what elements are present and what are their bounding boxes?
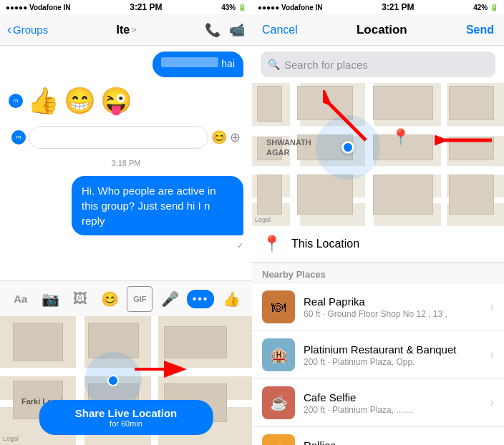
place-name-1: Platinium Restaurant & Banquet [304,343,482,356]
share-live-sub: for 60min [75,419,178,428]
legal-text-left: Legal [3,435,19,442]
location-list: 📍 This Location Nearby Places 🍽 Real Pap… [252,226,504,445]
chevron-right-icon-0: › [490,300,494,313]
messages-area: hai m 👍 😁 😜 m 😊 ⊕ 3:18 PM Hi. Who people… [0,46,252,280]
aa-button[interactable]: Aa [8,286,34,312]
emoji-smile-icon: 😊 [211,129,227,145]
nearby-places-header: Nearby Places [252,263,504,283]
message-input-bubble [29,126,208,149]
place-name-0: Real Paprika [304,295,482,308]
emoji-grin: 😁 [64,86,96,116]
send-button[interactable]: Send [466,24,494,36]
right-panel: ●●●●● Vodafone IN 3:21 PM 42% 🔋 Cancel L… [252,0,504,445]
location-dot-left [107,375,119,386]
share-live-label: Share Live Location [75,407,178,419]
add-icon[interactable]: ⊕ [230,129,241,145]
mr-b4 [449,86,494,120]
share-live-location-button[interactable]: Share Live Location for 60min [39,400,213,435]
this-location-row[interactable]: 📍 This Location [252,226,504,263]
battery-right: 42% 🔋 [473,4,498,11]
emoji-button[interactable]: 😊 [97,286,123,312]
carrier-right: ●●●●● Vodafone IN [258,4,323,11]
place-row-1[interactable]: 🏨 Platinium Restaurant & Banquet 200 ft … [252,331,504,379]
mr-b9 [257,175,282,215]
mr-b11 [373,175,433,215]
chevron-right-icon-1: › [490,348,494,361]
svg-line-1 [330,104,366,140]
message-right-redacted: hai [152,52,243,77]
red-pin-icon: 📍 [391,128,410,147]
phone-icon[interactable]: 📞 [205,22,220,38]
back-chevron-icon: ‹ [7,22,11,37]
place-row-3[interactable]: 🍕 Rollies 100 ft · 10, Ground Floor, Pav… [252,427,504,445]
cancel-button[interactable]: Cancel [262,24,298,36]
emoji-silly: 😜 [100,86,132,116]
place-info-3: Rollies 100 ft · 10, Ground Floor, Pavil… [304,439,482,446]
mr-b1 [257,86,282,122]
this-location-label: This Location [291,238,359,250]
video-icon[interactable]: 📹 [229,22,245,38]
battery-left: 43% 🔋 [221,4,246,11]
place-thumb-cafe: ☕ [262,386,295,419]
nav-bar-right: Cancel Location Send [252,14,504,46]
place-detail-0: 60 ft · Ground Floor Shop No 12 , 13 , [304,309,482,319]
nav-title-suffix: > [131,24,137,35]
place-info-1: Platinium Restaurant & Banquet 200 ft · … [304,343,482,367]
photo-button[interactable]: 🖼 [67,286,93,312]
camera-button[interactable]: 📷 [37,286,63,312]
place-info-2: Cafe Selfie 200 ft · Platinium Plaza, ..… [304,391,482,415]
left-panel: ●●●●● Vodafone IN 3:21 PM 43% 🔋 ‹ Groups… [0,0,252,445]
mr-b10 [297,175,352,215]
place-thumb-rollies: 🍕 [262,434,295,445]
building-3 [164,326,227,358]
emoji-thumbsup: 👍 [27,86,59,116]
nav-title-left: Ite [116,24,130,36]
nav-bar-left: ‹ Groups Ite > 📞 📹 [0,14,252,46]
map-bg-right: SHWANATH AGAR 📍 Legal [252,83,504,226]
shwanath-label: SHWANATH AGAR [266,137,311,158]
red-arrow-up [323,90,380,147]
nav-icons-left: 📞 📹 [205,22,245,38]
legal-text-right: Legal [255,216,271,223]
mic-button[interactable]: 🎤 [157,286,183,312]
redacted-text [161,57,218,67]
place-info-0: Real Paprika 60 ft · Ground Floor Shop N… [304,295,482,319]
carrier-left: ●●●●● Vodafone IN [6,4,71,11]
search-placeholder: Search for places [284,59,368,71]
timestamp-318: 3:18 PM [9,159,243,167]
message-hi: Hi. Who people are active in this group?… [72,176,243,235]
search-bar[interactable]: 🔍 Search for places [261,52,495,77]
messenger-avatar-2: m [11,130,26,145]
messenger-avatar: m [9,94,23,108]
map-bottom-left: Farki Lassi Legal Share Live Location fo… [0,316,252,445]
read-check: ✓ [237,241,243,250]
gif-button[interactable]: GIF [127,286,152,312]
time-left: 3:21 PM [130,2,162,12]
mr-b12 [449,175,494,215]
place-name-3: Rollies [304,439,482,446]
this-location-pin-icon: 📍 [262,235,281,253]
building-1 [13,323,63,361]
more-button[interactable]: ••• [187,290,215,308]
chevron-right-icon-2: › [490,396,494,409]
place-row-0[interactable]: 🍽 Real Paprika 60 ft · Ground Floor Shop… [252,283,504,331]
like-button[interactable]: 👍 [218,286,244,312]
message-hai: hai [221,58,235,69]
input-row: m 😊 ⊕ [9,124,243,150]
place-row-2[interactable]: ☕ Cafe Selfie 200 ft · Platinium Plaza, … [252,379,504,427]
place-thumb-paprika: 🍽 [262,290,295,323]
red-arrow-left-map [435,126,499,155]
status-bar-left: ●●●●● Vodafone IN 3:21 PM 43% 🔋 [0,0,252,14]
place-detail-1: 200 ft · Platinium Plaza, Opp. [304,357,482,367]
emoji-row: m 👍 😁 😜 [9,83,243,119]
nav-back-button[interactable]: ‹ Groups [7,22,48,37]
status-bar-right: ●●●●● Vodafone IN 3:21 PM 42% 🔋 [252,0,504,14]
place-thumb-platinium: 🏨 [262,338,295,371]
toolbar-left: Aa 📷 🖼 😊 GIF 🎤 ••• 👍 [0,280,252,316]
nav-back-label: Groups [13,24,48,36]
place-name-2: Cafe Selfie [304,391,482,404]
red-arrow-right-left [131,355,188,383]
mr-b3 [373,86,433,120]
map-right: SHWANATH AGAR 📍 Legal [252,83,504,226]
road-rv3 [441,83,447,226]
